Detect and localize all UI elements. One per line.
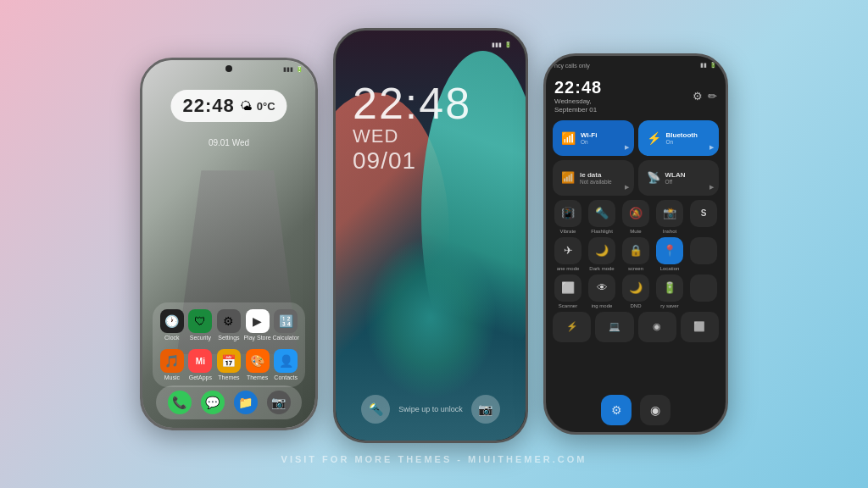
- qs-bottom-nav: ⚙ ◉: [546, 395, 726, 425]
- wifi-tile[interactable]: 📶 Wi-Fi On ▶: [553, 120, 634, 156]
- app-icon-calculator[interactable]: 🔢 Calculator: [271, 309, 300, 341]
- readingmode-label: ing mode: [592, 303, 613, 308]
- app-icon-themes[interactable]: 📅 Themes: [214, 349, 243, 380]
- app-icon-music[interactable]: 🎵 Music: [158, 349, 186, 380]
- bluetooth-tile[interactable]: ⚡ Bluetooth On ▶: [638, 120, 720, 156]
- bluetooth-sub: On: [666, 139, 698, 145]
- phone2-flashlight-icon[interactable]: 🔦: [361, 395, 390, 424]
- wifi-sub: On: [581, 139, 597, 145]
- status-bar-2: ▮▮▮ 🔋: [336, 36, 526, 54]
- settings-nav-btn[interactable]: ⚙: [601, 395, 632, 425]
- airplane-label: ane mode: [557, 266, 580, 271]
- scanner-cell: ⬜ Scanner: [553, 274, 583, 308]
- weather-icon: 🌤: [240, 99, 252, 113]
- camera-punch-hole: [225, 65, 232, 72]
- dock-phone[interactable]: 📞: [168, 391, 192, 414]
- screen-btn[interactable]: 🔒: [622, 237, 649, 264]
- extra-btn[interactable]: [690, 237, 717, 264]
- date-label: 09.01 Wed: [209, 138, 249, 147]
- dock-camera[interactable]: 📷: [267, 391, 291, 414]
- mute-btn[interactable]: 🔕: [622, 200, 649, 227]
- scanner-label: Scanner: [559, 303, 577, 308]
- app-icon-settings[interactable]: ⚙ Settings: [214, 309, 243, 341]
- time-weather-widget[interactable]: 22:48 🌤 0°C: [170, 90, 287, 122]
- qs-row-1: 📶 Wi-Fi On ▶ ⚡ Bluetooth On ▶: [546, 120, 726, 156]
- qs-scroll-row: ⚡ 💻 ◉ ⬜: [546, 312, 726, 342]
- flashlight-btn[interactable]: 🔦: [588, 200, 615, 227]
- airplane-cell: ✈ ane mode: [553, 237, 583, 271]
- app-label-music: Music: [164, 374, 180, 380]
- phone2-day: WED: [353, 125, 526, 147]
- widget-time: 22:48: [182, 95, 234, 117]
- watermark: VISIT FOR MORE THEMES - MIUITHEMER.COM: [281, 454, 587, 464]
- mobile-data-sub: Not available: [580, 179, 612, 185]
- wifi-title: Wi-Fi: [581, 131, 597, 139]
- circle-icon: ◉: [653, 321, 661, 332]
- lightning-tile[interactable]: ⚡: [553, 312, 591, 342]
- s-btn[interactable]: S: [690, 200, 717, 227]
- battery-btn[interactable]: 🔋: [656, 274, 683, 302]
- location-btn[interactable]: 📍: [656, 237, 683, 264]
- mobile-data-title: le data: [580, 171, 612, 179]
- unlock-hint: Swipe up to unlock: [398, 405, 463, 413]
- temperature: 0°C: [257, 100, 275, 113]
- security-icon: 🛡: [188, 309, 212, 333]
- bluetooth-tile-text: Bluetooth On: [666, 131, 698, 145]
- qs-row-2: 📶 le data Not available ▶ 📡 WLAN Off ▶: [546, 160, 726, 196]
- phone2-camera-icon[interactable]: 📷: [471, 395, 500, 424]
- app-label-getapps: GetApps: [189, 374, 212, 380]
- app-icon-security[interactable]: 🛡 Security: [186, 309, 215, 341]
- inshot-btn[interactable]: 📸: [656, 200, 683, 227]
- mute-label: Mute: [630, 229, 641, 234]
- app-icon-themes2[interactable]: 🎨 Themes: [243, 349, 272, 380]
- app-label-settings: Settings: [218, 335, 239, 341]
- app-dock: 🕐 Clock 🛡 Security ⚙ Settings ▶ Play Sto…: [153, 302, 305, 387]
- app-label-clock: Clock: [164, 335, 180, 341]
- wifi-icon: 📶: [561, 131, 576, 145]
- wlan-tile[interactable]: 📡 WLAN Off ▶: [638, 160, 720, 196]
- contacts-icon: 👤: [274, 349, 298, 373]
- sos-text: ncy calls only: [554, 63, 590, 69]
- phone-3-frame: ncy calls only ▮▮ 🔋 22:48 Wednesday, Sep…: [543, 53, 728, 435]
- camera-nav-btn[interactable]: ◉: [640, 395, 670, 425]
- phone-3-screen: ncy calls only ▮▮ 🔋 22:48 Wednesday, Sep…: [546, 56, 726, 432]
- app-row-2: 🎵 Music Mi GetApps 📅 Themes 🎨 Themes: [158, 349, 300, 380]
- phones-container: ▮▮▮ 🔋 22:48 🌤 0°C 09.01 Wed 🕐 Clock: [0, 0, 868, 488]
- edit-icon[interactable]: ✏: [708, 90, 717, 103]
- battery-label: ry saver: [660, 303, 678, 308]
- bluetooth-icon: ⚡: [647, 131, 661, 145]
- dnd-cell: 🌙 DND: [620, 274, 651, 308]
- wifi-arrow: ▶: [625, 144, 629, 151]
- qs-icon-grid-1: 📳 Vibrate 🔦 Flashlight 🔕 Mute 📸 Inshot S: [546, 200, 726, 234]
- extra2-btn[interactable]: [690, 274, 717, 302]
- gear-icon[interactable]: ⚙: [693, 90, 703, 103]
- mobile-data-tile[interactable]: 📶 le data Not available ▶: [553, 160, 634, 196]
- app-icon-getapps[interactable]: Mi GetApps: [186, 349, 215, 380]
- qs-icon-grid-2: ✈ ane mode 🌙 Dark mode 🔒 screen 📍 Locati…: [546, 237, 726, 271]
- circle-tile[interactable]: ◉: [638, 312, 676, 342]
- airplane-btn[interactable]: ✈: [554, 237, 581, 264]
- app-icon-playstore[interactable]: ▶ Play Store: [243, 309, 272, 341]
- monitor-tile[interactable]: 💻: [595, 312, 633, 342]
- box-icon: ⬜: [693, 321, 705, 332]
- mobile-data-arrow: ▶: [625, 184, 629, 191]
- darkmode-btn[interactable]: 🌙: [588, 237, 615, 264]
- wlan-icon: 📡: [647, 171, 660, 184]
- app-icon-clock[interactable]: 🕐 Clock: [158, 309, 186, 341]
- qs-header: 22:48 Wednesday, September 01 ⚙ ✏: [546, 75, 726, 120]
- readingmode-btn[interactable]: 👁: [588, 274, 615, 302]
- dock-files[interactable]: 📁: [234, 391, 258, 414]
- dock-messages[interactable]: 💬: [201, 391, 225, 414]
- phone2-bottom-bar: 🔦 Swipe up to unlock 📷: [336, 395, 526, 424]
- mute-cell: 🔕 Mute: [620, 200, 651, 234]
- app-icon-contacts[interactable]: 👤 Contacts: [271, 349, 300, 380]
- wlan-title: WLAN: [665, 171, 686, 179]
- dnd-btn[interactable]: 🌙: [622, 274, 649, 302]
- scanner-btn[interactable]: ⬜: [554, 274, 581, 302]
- vibrate-btn[interactable]: 📳: [554, 200, 581, 227]
- calculator-icon: 🔢: [274, 309, 298, 333]
- mobile-data-text: le data Not available: [580, 171, 612, 185]
- monitor-icon: 💻: [609, 321, 620, 332]
- box-tile[interactable]: ⬜: [681, 312, 719, 342]
- getapps-icon: Mi: [188, 349, 212, 373]
